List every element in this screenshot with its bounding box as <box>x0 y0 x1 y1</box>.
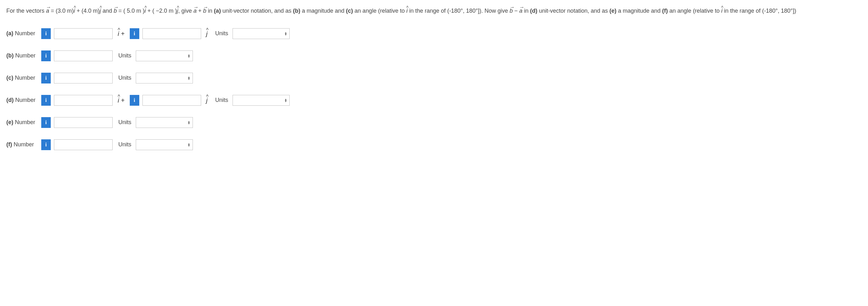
q-plus-b: + ( −2.0 m ) <box>146 8 177 14</box>
select-wrap-a: ▲▼ <box>232 28 290 39</box>
number-label-a: Number <box>15 30 35 36</box>
q-angle2: an angle (relative to <box>668 8 721 14</box>
q-and: and <box>101 8 114 14</box>
q-eq-a: = (3.0 m) <box>49 8 74 14</box>
part-c: (c) <box>6 74 13 81</box>
q-give: , give <box>178 8 193 14</box>
number-label-c: Number <box>15 74 35 81</box>
answer-row-b: (b) Number i Units ▲▼ <box>6 51 862 61</box>
units-select-e[interactable] <box>136 117 193 128</box>
q-mag: a magnitude and <box>300 8 346 14</box>
part-f: (f) <box>6 141 12 148</box>
ihat-plus-d: i + <box>118 95 125 105</box>
input-a-j[interactable] <box>143 28 201 39</box>
info-icon[interactable]: i <box>130 28 139 39</box>
info-icon[interactable]: i <box>41 73 51 84</box>
units-select-f[interactable] <box>136 139 193 150</box>
answer-row-c: (c) Number i Units ▲▼ <box>6 73 862 84</box>
input-b[interactable] <box>54 51 113 61</box>
jhat-2: j <box>177 6 178 16</box>
answer-row-f: (f) Number i Units ▲▼ <box>6 139 862 150</box>
vec-b: b <box>114 6 117 16</box>
ihat-3: i <box>406 6 408 16</box>
units-label-d: Units <box>215 96 228 105</box>
input-a-i[interactable] <box>54 28 113 39</box>
answer-row-e: (e) Number i Units ▲▼ <box>6 117 862 128</box>
q-angle: an angle (relative to <box>353 8 406 14</box>
part-label-a: (a) Number <box>6 29 38 38</box>
q-unv2: unit-vector notation, and as <box>537 8 610 14</box>
input-d-j[interactable] <box>143 95 201 106</box>
vec-a: a <box>46 6 49 16</box>
number-label-e: Number <box>15 119 35 125</box>
input-c[interactable] <box>54 73 113 84</box>
select-wrap-e: ▲▼ <box>136 117 193 128</box>
ihat-1: i <box>74 6 75 16</box>
number-label-f: Number <box>13 141 34 148</box>
q-range1: in the range of (-180°, 180°]). Now give <box>408 8 510 14</box>
info-icon[interactable]: i <box>41 139 51 150</box>
part-d: (d) <box>6 97 13 103</box>
part-label-e: (e) Number <box>6 118 38 127</box>
part-label-c: (c) Number <box>6 73 38 83</box>
answers-container: (a) Number i i + i j Units ▲▼ (b) Number… <box>6 28 862 150</box>
info-icon[interactable]: i <box>41 28 51 39</box>
part-b-bold: (b) <box>293 8 301 14</box>
q-unv: unit-vector notation, and as <box>221 8 293 14</box>
part-f-bold: (f) <box>662 8 668 14</box>
vec-a3: a <box>519 6 523 16</box>
q-eq-b: = ( 5.0 m ) <box>117 8 145 14</box>
info-icon[interactable]: i <box>41 95 51 106</box>
question-text: For the vectors a = (3.0 m)i + (4.0 m)j … <box>6 6 862 16</box>
select-wrap-d: ▲▼ <box>232 95 290 106</box>
part-a: (a) <box>6 30 13 36</box>
ihat-2: i <box>145 6 146 16</box>
part-b: (b) <box>6 52 13 59</box>
units-select-c[interactable] <box>136 73 193 84</box>
part-e-bold: (e) <box>610 8 616 14</box>
units-label-b: Units <box>118 51 131 60</box>
ihat-plus-a: i + <box>118 29 125 39</box>
input-e[interactable] <box>54 117 113 128</box>
answer-row-a: (a) Number i i + i j Units ▲▼ <box>6 28 862 39</box>
q-plus-a: + (4.0 m) <box>75 8 100 14</box>
number-label-b: Number <box>15 52 35 59</box>
jhat-d: j <box>206 95 208 105</box>
part-label-f: (f) Number <box>6 140 38 149</box>
units-label-e: Units <box>118 118 131 127</box>
q-mag2: a magnitude and <box>616 8 662 14</box>
part-c-bold: (c) <box>346 8 353 14</box>
info-icon[interactable]: i <box>41 117 51 128</box>
units-select-d[interactable] <box>232 95 290 106</box>
vec-b3: b <box>509 6 513 16</box>
select-wrap-b: ▲▼ <box>136 51 193 61</box>
vec-b2: b <box>203 6 206 16</box>
input-d-i[interactable] <box>54 95 113 106</box>
part-label-b: (b) Number <box>6 51 38 60</box>
info-icon[interactable]: i <box>41 51 51 61</box>
units-select-b[interactable] <box>136 51 193 61</box>
jhat-a: j <box>206 29 208 39</box>
units-select-a[interactable] <box>232 28 290 39</box>
jhat-1: j <box>100 6 101 16</box>
select-wrap-f: ▲▼ <box>136 139 193 150</box>
part-e: (e) <box>6 119 13 125</box>
part-label-d: (d) Number <box>6 96 38 105</box>
part-a-bold: (a) <box>214 8 221 14</box>
answer-row-d: (d) Number i i + i j Units ▲▼ <box>6 95 862 106</box>
vec-a2: a <box>193 6 197 16</box>
units-label-c: Units <box>118 73 131 83</box>
number-label-d: Number <box>15 97 35 103</box>
select-wrap-c: ▲▼ <box>136 73 193 84</box>
part-d-bold: (d) <box>530 8 537 14</box>
q-range2: in the range of (-180°, 180°]) <box>722 8 796 14</box>
units-label-a: Units <box>215 29 228 38</box>
q-text: For the vectors <box>6 8 46 14</box>
input-f[interactable] <box>54 139 113 150</box>
units-label-f: Units <box>118 140 131 149</box>
info-icon[interactable]: i <box>130 95 139 106</box>
ihat-4: i <box>721 6 722 16</box>
